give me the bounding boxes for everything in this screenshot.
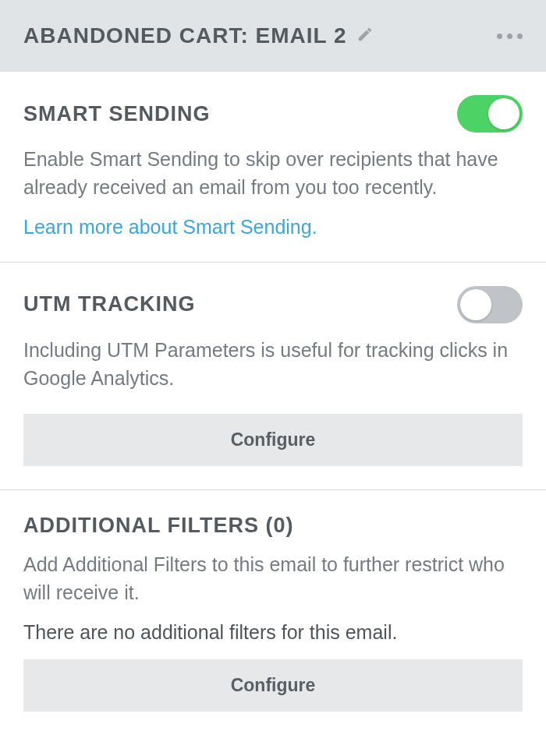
section-header: UTM TRACKING xyxy=(23,286,523,323)
smart-sending-section: SMART SENDING Enable Smart Sending to sk… xyxy=(0,72,546,263)
email-settings-panel: ABANDONED CART: EMAIL 2 SMART SENDING En… xyxy=(0,0,546,735)
utm-tracking-toggle[interactable] xyxy=(457,286,523,323)
learn-more-link[interactable]: Learn more about Smart Sending. xyxy=(23,216,317,238)
configure-utm-button[interactable]: Configure xyxy=(23,414,523,466)
smart-sending-toggle[interactable] xyxy=(457,95,523,132)
section-header: ADDITIONAL FILTERS (0) xyxy=(23,514,523,538)
section-description: Add Additional Filters to this email to … xyxy=(23,550,523,607)
section-title: UTM TRACKING xyxy=(23,292,195,316)
toggle-knob xyxy=(460,289,491,320)
additional-filters-section: ADDITIONAL FILTERS (0) Add Additional Fi… xyxy=(0,490,546,735)
empty-filters-message: There are no additional filters for this… xyxy=(23,621,523,644)
more-options-icon[interactable] xyxy=(497,34,523,39)
section-description: Enable Smart Sending to skip over recipi… xyxy=(23,145,523,202)
toggle-knob xyxy=(488,98,519,129)
utm-tracking-section: UTM TRACKING Including UTM Parameters is… xyxy=(0,263,546,491)
header-left: ABANDONED CART: EMAIL 2 xyxy=(23,23,374,48)
section-title: ADDITIONAL FILTERS (0) xyxy=(23,514,294,538)
configure-filters-button[interactable]: Configure xyxy=(23,659,523,712)
section-description: Including UTM Parameters is useful for t… xyxy=(23,336,523,393)
panel-header: ABANDONED CART: EMAIL 2 xyxy=(0,0,546,72)
section-header: SMART SENDING xyxy=(23,95,523,132)
page-title: ABANDONED CART: EMAIL 2 xyxy=(23,23,347,48)
section-title: SMART SENDING xyxy=(23,102,211,126)
pencil-icon[interactable] xyxy=(356,26,374,46)
